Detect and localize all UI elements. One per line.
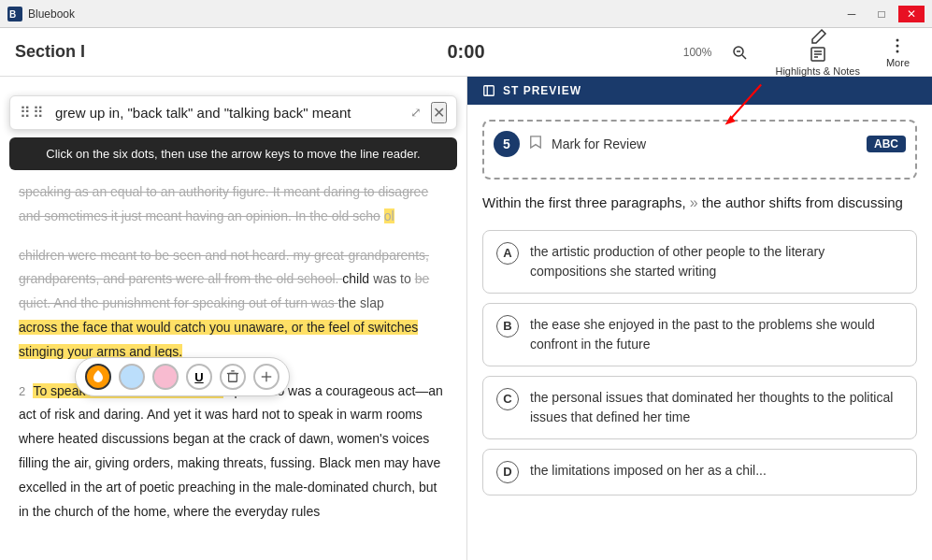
window-controls: ─ □ ✕	[839, 6, 925, 22]
passage-text-0: speaking as an equal to an authority fig…	[19, 184, 428, 223]
highlighted-passage: across the face that would catch you una…	[19, 320, 418, 359]
option-d[interactable]: D the limitations imposed on her as a ch…	[482, 449, 917, 495]
svg-point-10	[896, 44, 899, 47]
option-a-text: the artistic production of other people …	[530, 242, 903, 281]
svg-point-9	[896, 38, 899, 41]
para-number-2: 2	[19, 384, 25, 398]
option-d-letter: D	[496, 461, 519, 483]
child-text: child	[342, 271, 369, 286]
option-b-letter: B	[496, 315, 519, 337]
trash-icon	[226, 370, 239, 383]
expand-icon: ⤢	[410, 105, 422, 120]
maximize-button[interactable]: □	[868, 6, 895, 22]
line-reader-text: grew up in, "back talk" and "talking bac…	[55, 105, 351, 121]
right-panel: ST PREVIEW 5 Mark for Review ABC	[467, 77, 932, 560]
option-a[interactable]: A the artistic production of other peopl…	[482, 230, 917, 294]
drag-handle[interactable]: ⠿⠿	[20, 104, 46, 122]
timer-display: 0:00	[447, 41, 484, 63]
title-bar-text: Bluebook	[28, 7, 839, 21]
svg-rect-14	[229, 374, 237, 382]
option-c-text: the personal issues that dominated her t…	[530, 388, 903, 427]
question-area[interactable]: 5 Mark for Review ABC Within the first t…	[467, 105, 932, 560]
svg-line-3	[742, 55, 746, 59]
preview-label: ST PREVIEW	[503, 84, 581, 97]
bookmark-icon	[529, 135, 542, 150]
para2-text: spoken to was a courageous act—an act of…	[19, 383, 443, 519]
color-toolbar: U	[75, 357, 290, 396]
color-icon	[91, 369, 106, 384]
answer-options: A the artistic production of other peopl…	[482, 230, 917, 495]
option-c[interactable]: C the personal issues that dominated her…	[482, 376, 917, 439]
zoom-icon	[730, 43, 749, 62]
delete-button[interactable]	[220, 364, 246, 390]
blue-color-button[interactable]	[119, 364, 145, 390]
notes-icon	[809, 45, 827, 64]
double-arrow: »	[690, 194, 698, 210]
question-num-row: 5 Mark for Review ABC	[494, 131, 906, 157]
svg-rect-19	[484, 86, 495, 96]
highlights-notes-label: Highlights & Notes	[775, 65, 860, 77]
option-b[interactable]: B the ease she enjoyed in the past to th…	[482, 303, 917, 366]
app-icon: B	[7, 7, 22, 22]
option-d-text: the limitations imposed on her as a chil…	[530, 461, 767, 481]
svg-text:B: B	[9, 9, 16, 20]
question-preview-header: ST PREVIEW	[467, 77, 932, 105]
tooltip-text: Click on the six dots, then use the arro…	[46, 147, 420, 161]
pink-color-button[interactable]	[152, 364, 179, 390]
option-a-letter: A	[496, 242, 519, 265]
highlights-notes-button[interactable]: Highlights & Notes	[767, 24, 867, 80]
underline-icon: U	[194, 370, 203, 384]
header-right-controls: 100% Highlights & Notes	[683, 24, 917, 80]
mark-review-label: Mark for Review	[552, 136, 857, 151]
line-reader-close-button[interactable]: ✕	[431, 102, 447, 123]
minimize-button[interactable]: ─	[839, 6, 865, 22]
orange-color-button[interactable]	[85, 364, 111, 390]
pencil-icon	[809, 28, 827, 47]
line-reader-tooltip: Click on the six dots, then use the arro…	[9, 137, 457, 170]
mark-review-container: 5 Mark for Review ABC	[482, 120, 917, 179]
svg-point-11	[896, 50, 899, 52]
abc-badge: ABC	[867, 136, 906, 152]
bookmark-button[interactable]	[529, 135, 542, 153]
highlighted-text: ol	[384, 208, 394, 223]
passage-para-0: speaking as an equal to an authority fig…	[19, 179, 448, 228]
more-color-button[interactable]	[253, 364, 280, 390]
passage-para-2: 2 To speak then when one was not spoken …	[19, 379, 448, 524]
expand-icon	[482, 84, 495, 97]
more-label: More	[886, 57, 910, 68]
option-c-letter: C	[496, 388, 519, 410]
underline-button[interactable]: U	[186, 364, 212, 390]
zoom-button[interactable]	[723, 39, 756, 65]
more-button[interactable]: More	[879, 33, 917, 72]
add-icon	[260, 370, 273, 383]
close-button[interactable]: ✕	[898, 6, 925, 22]
zoom-level: 100%	[683, 46, 712, 59]
left-panel: ⠿⠿ grew up in, "back talk" and "talking …	[0, 77, 467, 560]
more-dots-icon	[888, 36, 907, 55]
main-content: ⠿⠿ grew up in, "back talk" and "talking …	[0, 77, 932, 560]
section-label: Section I	[15, 42, 85, 62]
passage-para-1: children were meant to be seen and not h…	[19, 243, 448, 364]
question-text: Within the first three paragraphs, » the…	[482, 191, 917, 215]
question-number: 5	[494, 131, 520, 157]
app-header: Section I 0:00 100% Highlights & Notes	[0, 28, 932, 77]
option-b-text: the ease she enjoyed in the past to the …	[530, 315, 903, 354]
line-reader-toolbar: ⠿⠿ grew up in, "back talk" and "talking …	[9, 95, 457, 130]
